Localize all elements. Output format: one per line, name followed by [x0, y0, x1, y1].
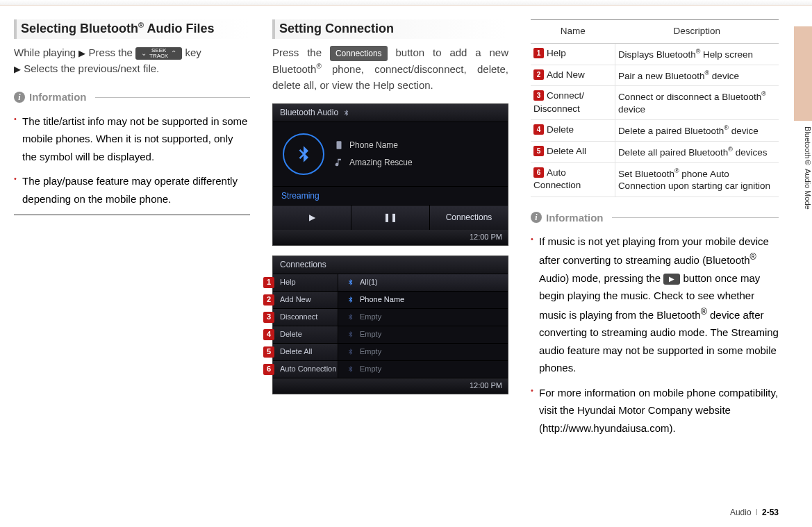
shot1-phone: Phone Name [349, 139, 398, 152]
side-tab-label: Bluetooth® Audio Mode [794, 126, 812, 210]
table-row: 1HelpDisplays Bluetooth® Help screen [531, 43, 779, 65]
th-desc: Description [615, 20, 779, 44]
shot1-connections-button[interactable]: Connections [429, 206, 508, 230]
bluetooth-icon [342, 109, 350, 117]
column-2: Setting Connection Press the Connections… [272, 19, 508, 444]
shot2-list-row[interactable]: Empty [338, 361, 508, 378]
col1-notes: The title/artist info may not be support… [14, 112, 250, 208]
shot2-sidebar-item[interactable]: Delete All [273, 344, 338, 361]
col1-note2: The play/pause feature may operate diffe… [14, 172, 250, 208]
page-footer: AudioI2-53 [730, 508, 779, 517]
screenshot-bt-audio: Bluetooth Audio Phone Name Amazing Rescu… [272, 103, 508, 246]
connections-table: Name Description 1HelpDisplays Bluetooth… [531, 19, 779, 197]
column-1: Selecting Bluetooth® Audio Files While p… [14, 19, 250, 444]
callout-badge: 6 [263, 364, 274, 375]
shot1-streaming: Streaming [273, 186, 508, 206]
music-note-icon [334, 158, 344, 167]
table-row: 6AutoConnectionSet Bluetooth® phone Auto… [531, 162, 779, 196]
shot2-title: Connections [280, 258, 326, 271]
shot2-sidebar-item[interactable]: Disconnect [273, 309, 338, 326]
shot1-track: Amazing Rescue [349, 156, 413, 169]
shot2-list-row[interactable]: Empty [338, 309, 508, 326]
connections-chip: Connections [330, 46, 388, 62]
col1-line1: While playing ▶ Press the ⌄ SEEKTRACK ⌃ … [14, 44, 250, 60]
callout-badge: 5 [263, 346, 274, 358]
shot2-sidebar-item[interactable]: Delete [273, 326, 338, 344]
table-row: 3Connect/DisconnectConnect or disconnect… [531, 86, 779, 120]
shot2-list-row[interactable]: Empty [338, 344, 508, 361]
th-name: Name [531, 20, 615, 44]
callout-badge: 1 [263, 277, 274, 288]
column-3: Name Description 1HelpDisplays Bluetooth… [531, 19, 779, 444]
svg-rect-0 [337, 142, 342, 150]
callout-badge: 2 [263, 294, 274, 306]
table-row: 5Delete AllDelete all paired Bluetooth® … [531, 142, 779, 163]
col3-notes: If music is not yet playing from your mo… [531, 233, 779, 437]
col3-note1: If music is not yet playing from your mo… [531, 233, 779, 377]
col1-note1: The title/artist info may not be support… [14, 112, 250, 166]
info-icon: i [14, 92, 25, 103]
callout-badge: 4 [263, 329, 274, 340]
shot1-title: Bluetooth Audio [280, 106, 338, 119]
shot2-clock: 12:00 PM [273, 378, 508, 394]
heading-selecting-bt: Selecting Bluetooth® Audio Files [14, 19, 250, 39]
side-tab: Bluetooth® Audio Mode [794, 26, 812, 179]
col2-para: Press the Connections button to add a ne… [272, 44, 508, 94]
shot1-play-button[interactable]: ▶ [273, 206, 351, 230]
shot2-list-row[interactable]: Phone Name [338, 292, 508, 309]
info-icon: i [531, 212, 542, 223]
screenshot-connections: Connections HelpAdd NewDisconnectDeleteD… [272, 256, 508, 394]
phone-icon [334, 140, 344, 150]
bt-circle-icon [283, 133, 324, 175]
shot1-pause-button[interactable]: ❚❚ [351, 206, 429, 230]
callout-badge: 3 [263, 312, 274, 323]
seek-track-key: ⌄ SEEKTRACK ⌃ [135, 47, 182, 60]
info-heading-1: i Information [14, 89, 250, 105]
heading-setting-connection: Setting Connection [272, 19, 508, 39]
shot2-sidebar-item[interactable]: Add New [273, 292, 338, 309]
top-stripe [0, 0, 812, 6]
shot2-sidebar-item[interactable]: Auto Connection [273, 361, 338, 378]
shot2-list-header[interactable]: All(1) [338, 274, 508, 292]
shot2-sidebar-item[interactable]: Help [273, 274, 338, 292]
col3-note2: For more information on mobile phone com… [531, 384, 779, 437]
shot2-sidebar: HelpAdd NewDisconnectDeleteDelete AllAut… [273, 274, 338, 378]
shot1-clock: 12:00 PM [273, 230, 508, 245]
shot2-list-row[interactable]: Empty [338, 326, 508, 344]
table-row: 2Add NewPair a new Bluetooth® device [531, 65, 779, 86]
table-row: 4DeleteDelete a paired Bluetooth® device [531, 120, 779, 142]
col1-divider [14, 215, 250, 215]
info-heading-2: i Information [531, 210, 779, 226]
col1-line2: ▶ Selects the previous/next file. [14, 60, 250, 76]
play-chip-icon: ▶ [663, 274, 680, 285]
